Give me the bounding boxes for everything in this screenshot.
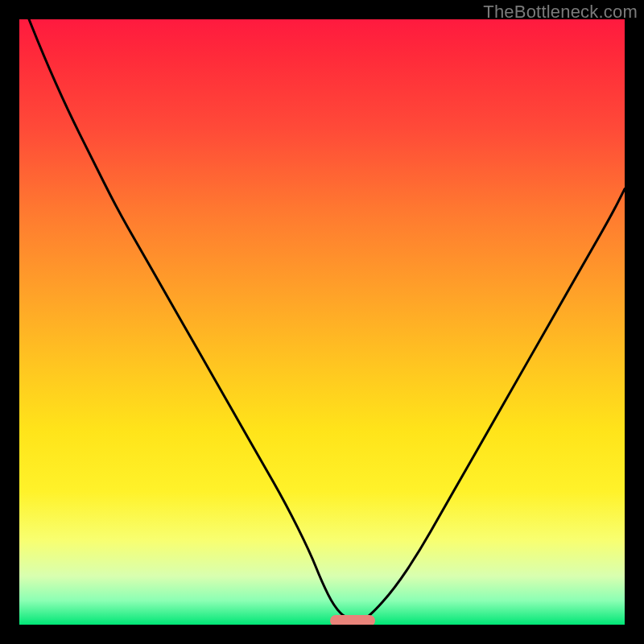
curve-path (19, 19, 625, 621)
watermark-text: TheBottleneck.com (483, 2, 638, 23)
optimum-marker (330, 615, 375, 625)
chart-frame: TheBottleneck.com (0, 0, 644, 644)
plot-area (19, 19, 625, 625)
bottleneck-curve (19, 19, 625, 625)
